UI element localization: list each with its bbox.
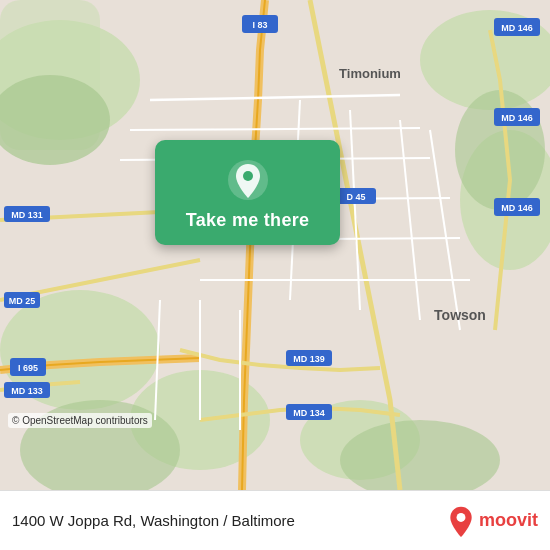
svg-text:Towson: Towson [434,307,486,323]
map-container: I 83 I 695 MD 146 MD 146 MD 146 D 45 MD … [0,0,550,490]
svg-text:MD 146: MD 146 [501,203,533,213]
svg-text:D 45: D 45 [346,192,365,202]
svg-text:MD 134: MD 134 [293,408,325,418]
take-me-there-button[interactable]: Take me there [155,140,340,245]
take-me-there-label: Take me there [186,210,310,231]
svg-text:I 83: I 83 [252,20,267,30]
svg-text:MD 131: MD 131 [11,210,43,220]
moovit-brand-text: moovit [479,510,538,531]
location-pin-icon [226,158,270,202]
moovit-pin-icon [447,505,475,537]
button-overlay[interactable]: Take me there [155,140,340,245]
svg-text:MD 25: MD 25 [9,296,36,306]
address-text: 1400 W Joppa Rd, Washington / Baltimore [12,512,447,529]
svg-text:I 695: I 695 [18,363,38,373]
moovit-logo: moovit [447,505,538,537]
svg-text:MD 133: MD 133 [11,386,43,396]
svg-text:Timonium: Timonium [339,66,401,81]
svg-text:MD 139: MD 139 [293,354,325,364]
bottom-bar: 1400 W Joppa Rd, Washington / Baltimore … [0,490,550,550]
svg-text:MD 146: MD 146 [501,113,533,123]
osm-attribution: © OpenStreetMap contributors [8,413,152,428]
svg-point-37 [243,171,253,181]
svg-point-38 [457,513,466,522]
svg-text:MD 146: MD 146 [501,23,533,33]
